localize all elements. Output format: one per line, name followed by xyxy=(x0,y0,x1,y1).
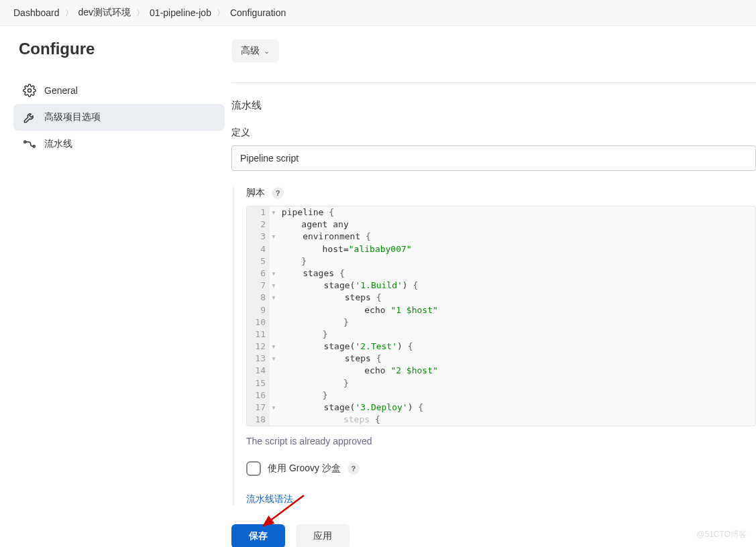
main-content: 高级 ⌄ 流水线 定义 Pipeline script 脚本 ? 1▾pipel… xyxy=(231,26,756,547)
help-icon[interactable]: ? xyxy=(347,463,360,475)
pipeline-syntax-link[interactable]: 流水线语法 xyxy=(246,493,293,504)
sidebar-item-label: 高级项目选项 xyxy=(44,111,101,123)
groovy-sandbox-checkbox[interactable] xyxy=(246,461,261,476)
advanced-button[interactable]: 高级 ⌄ xyxy=(231,40,279,62)
sidebar-item-general[interactable]: General xyxy=(13,77,225,104)
script-approved-text: The script is already approved xyxy=(246,436,756,446)
apply-button[interactable]: 应用 xyxy=(296,524,349,547)
chevron-down-icon: ⌄ xyxy=(264,47,270,56)
chevron-right-icon: 〉 xyxy=(136,7,144,19)
gear-icon xyxy=(23,84,36,97)
page-title: Configure xyxy=(13,40,225,58)
definition-select[interactable]: Pipeline script xyxy=(231,145,756,171)
breadcrumb: Dashboard 〉 dev测试环境 〉 01-pipeline-job 〉 … xyxy=(0,0,756,26)
pipeline-icon xyxy=(23,137,36,151)
sidebar: Configure General 高级项目选项 流水线 xyxy=(0,26,231,547)
svg-point-2 xyxy=(33,145,35,147)
sidebar-item-label: 流水线 xyxy=(44,138,72,150)
pipeline-section-heading: 流水线 xyxy=(231,99,756,112)
definition-label: 定义 xyxy=(231,127,756,139)
sidebar-item-advanced[interactable]: 高级项目选项 xyxy=(13,104,225,131)
breadcrumb-item[interactable]: 01-pipeline-job xyxy=(150,7,211,18)
watermark: @51CTO博客 xyxy=(696,529,747,540)
groovy-sandbox-label: 使用 Groovy 沙盒 xyxy=(268,463,341,475)
breadcrumb-item[interactable]: Dashboard xyxy=(13,7,60,18)
sidebar-item-pipeline[interactable]: 流水线 xyxy=(13,131,225,158)
advanced-button-label: 高级 xyxy=(241,45,260,57)
wrench-icon xyxy=(23,111,36,124)
script-label: 脚本 xyxy=(246,187,265,199)
divider xyxy=(231,82,756,83)
svg-point-0 xyxy=(28,89,32,93)
sidebar-item-label: General xyxy=(44,85,78,96)
help-icon[interactable]: ? xyxy=(272,187,284,199)
save-button[interactable]: 保存 xyxy=(231,524,285,547)
breadcrumb-item[interactable]: dev测试环境 xyxy=(78,7,131,19)
script-editor[interactable]: 1▾pipeline {2 agent any3▾ environment {4… xyxy=(246,206,756,426)
breadcrumb-item[interactable]: Configuration xyxy=(230,7,286,18)
chevron-right-icon: 〉 xyxy=(217,7,225,19)
chevron-right-icon: 〉 xyxy=(65,7,73,19)
